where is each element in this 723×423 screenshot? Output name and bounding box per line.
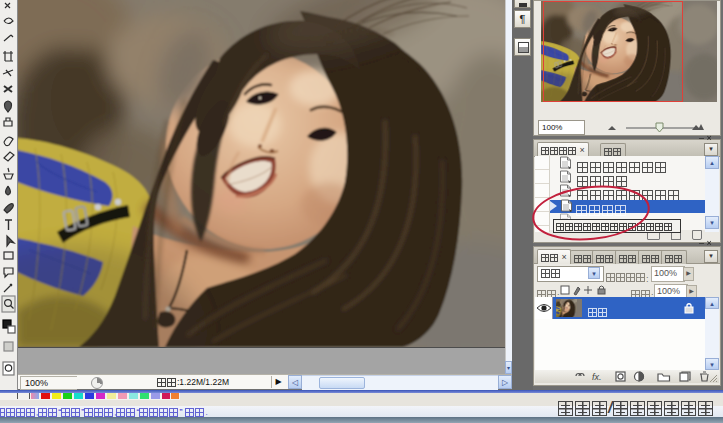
svg-text:fx.: fx. — [592, 372, 602, 382]
